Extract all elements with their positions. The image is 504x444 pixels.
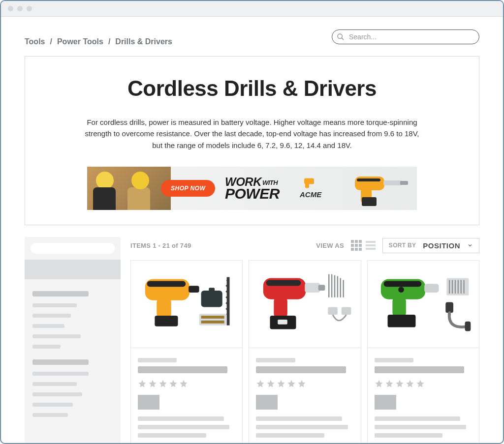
product-brand-placeholder xyxy=(256,358,295,362)
product-desc-placeholder xyxy=(256,433,324,438)
traffic-close[interactable] xyxy=(8,6,13,11)
svg-rect-33 xyxy=(342,307,351,315)
filter-option[interactable] xyxy=(32,413,68,417)
sidebar-section-title xyxy=(32,359,89,365)
brand-drill-icon xyxy=(304,178,317,188)
shop-now-button[interactable]: SHOP NOW xyxy=(161,180,215,197)
banner-headline-power: POWER xyxy=(225,187,280,200)
product-desc-placeholder xyxy=(375,433,443,438)
breadcrumb-tools[interactable]: Tools xyxy=(25,37,45,46)
search-container xyxy=(332,30,479,44)
filter-sidebar xyxy=(25,237,121,443)
product-card[interactable] xyxy=(130,260,243,443)
list-view-icon[interactable] xyxy=(366,241,376,250)
filter-option[interactable] xyxy=(32,392,82,396)
page-content: Tools / Power Tools / Drills & Drivers C… xyxy=(1,17,503,443)
product-title-placeholder xyxy=(256,366,346,373)
topbar: Tools / Power Tools / Drills & Drivers xyxy=(25,28,479,46)
traffic-minimize[interactable] xyxy=(17,6,23,11)
promo-banner[interactable]: SHOP NOW WORKWITH POWER ACME xyxy=(87,167,417,210)
star-icon xyxy=(158,379,167,388)
breadcrumb-power-tools[interactable]: Power Tools xyxy=(57,37,103,46)
svg-rect-13 xyxy=(201,291,222,307)
product-brand-placeholder xyxy=(138,358,177,362)
product-desc-placeholder xyxy=(375,425,466,429)
star-icon xyxy=(416,379,425,388)
items-count: ITEMS 1 - 21 of 749 xyxy=(130,242,191,249)
category-hero: Cordless Drills & Drivers For cordless d… xyxy=(25,56,479,225)
product-card[interactable] xyxy=(367,260,479,443)
search-input[interactable] xyxy=(332,30,479,44)
product-body xyxy=(131,348,242,443)
page-title: Cordless Drills & Drivers xyxy=(55,76,449,101)
product-desc-placeholder xyxy=(256,425,347,429)
product-card[interactable] xyxy=(249,260,361,443)
listing-toolbar: ITEMS 1 - 21 of 749 VIEW AS SO xyxy=(130,237,479,260)
category-description: For cordless drills, power is measured i… xyxy=(85,117,419,151)
star-icon xyxy=(148,379,157,388)
breadcrumb: Tools / Power Tools / Drills & Drivers xyxy=(25,37,172,46)
product-rating xyxy=(138,379,235,388)
banner-headline-with: WITH xyxy=(262,178,278,186)
star-icon xyxy=(287,379,296,388)
svg-rect-25 xyxy=(278,320,288,325)
product-desc-placeholder xyxy=(138,425,229,429)
browser-titlebar xyxy=(1,1,503,17)
svg-rect-22 xyxy=(318,285,325,291)
svg-rect-3 xyxy=(383,180,402,185)
breadcrumb-drills-drivers[interactable]: Drills & Drivers xyxy=(115,37,172,46)
filter-option[interactable] xyxy=(32,382,77,386)
sort-value: POSITION xyxy=(423,241,460,250)
star-icon xyxy=(385,379,394,388)
star-icon xyxy=(169,379,178,388)
product-title-placeholder xyxy=(375,366,464,373)
sidebar-search-placeholder[interactable] xyxy=(31,243,115,254)
view-mode-switch xyxy=(351,240,376,251)
svg-rect-32 xyxy=(328,307,338,315)
product-desc-placeholder xyxy=(138,416,224,421)
svg-rect-9 xyxy=(147,281,186,287)
filter-option[interactable] xyxy=(32,334,81,338)
product-rating xyxy=(375,379,472,388)
svg-rect-12 xyxy=(155,316,178,326)
filter-option[interactable] xyxy=(32,303,77,307)
product-body xyxy=(368,348,479,443)
view-as-label: VIEW AS xyxy=(316,242,344,249)
svg-rect-17 xyxy=(201,316,224,319)
brand-name: ACME xyxy=(300,190,321,198)
product-price-placeholder xyxy=(375,395,396,410)
star-icon xyxy=(297,379,306,388)
content-row: ITEMS 1 - 21 of 749 VIEW AS SO xyxy=(25,237,479,443)
svg-rect-11 xyxy=(157,297,171,319)
product-desc-placeholder xyxy=(138,433,206,438)
product-image xyxy=(368,261,479,348)
filter-option[interactable] xyxy=(32,372,89,376)
svg-rect-7 xyxy=(357,178,380,181)
filter-option[interactable] xyxy=(32,345,61,349)
svg-rect-14 xyxy=(209,288,215,292)
star-icon xyxy=(266,379,275,388)
svg-point-0 xyxy=(338,34,342,38)
svg-rect-48 xyxy=(465,322,471,331)
svg-point-39 xyxy=(398,287,404,293)
svg-line-1 xyxy=(342,38,344,40)
svg-rect-36 xyxy=(424,284,439,293)
sort-by-label: SORT BY xyxy=(389,242,416,249)
filter-option[interactable] xyxy=(32,403,73,407)
star-icon xyxy=(256,379,265,388)
svg-rect-35 xyxy=(383,281,421,287)
product-desc-placeholder xyxy=(256,416,342,421)
product-title-placeholder xyxy=(138,366,227,373)
filter-option[interactable] xyxy=(32,314,71,318)
svg-rect-6 xyxy=(362,197,377,206)
traffic-maximize[interactable] xyxy=(27,6,32,11)
svg-rect-4 xyxy=(400,181,408,185)
grid-view-icon[interactable] xyxy=(351,240,362,251)
svg-rect-16 xyxy=(199,314,226,326)
product-price-placeholder xyxy=(256,395,278,410)
star-icon xyxy=(277,379,285,388)
svg-rect-20 xyxy=(266,280,301,286)
sort-dropdown[interactable]: SORT BY POSITION xyxy=(382,238,479,253)
filter-option[interactable] xyxy=(32,324,64,328)
chevron-down-icon xyxy=(467,242,473,248)
